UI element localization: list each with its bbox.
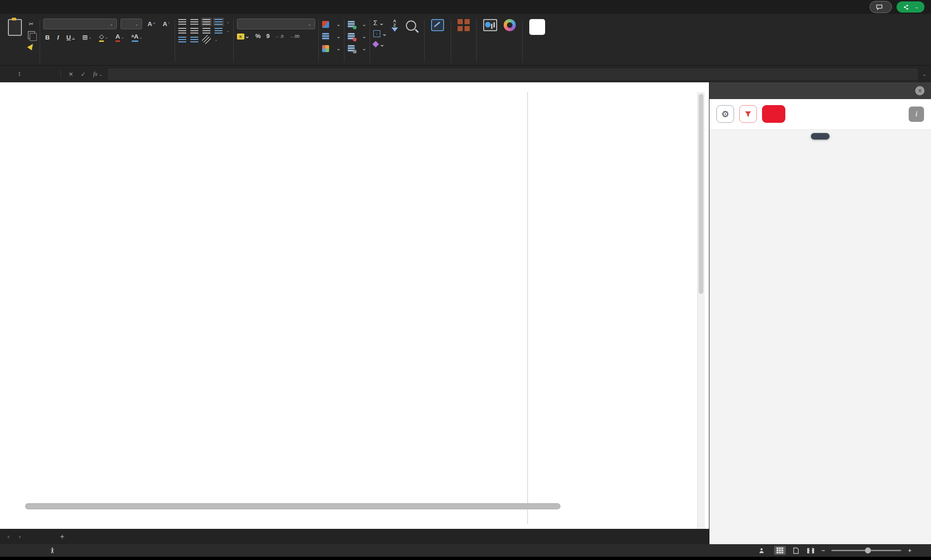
- italic-button[interactable]: I: [55, 34, 61, 41]
- paste-button[interactable]: [5, 18, 25, 40]
- cell-styles-button[interactable]: ⌄: [322, 43, 341, 54]
- wrap-text-button[interactable]: [215, 19, 223, 25]
- vertical-scrollbar[interactable]: [697, 92, 705, 529]
- addins-button[interactable]: [454, 18, 473, 35]
- sensitivity-icon: [431, 19, 444, 31]
- alignment-group: ⌄ ⌄ ⌄: [178, 18, 230, 64]
- conditional-formatting-button[interactable]: ⌄: [322, 19, 341, 30]
- zoom-out-button[interactable]: −: [822, 547, 825, 554]
- copilot-icon: [504, 19, 516, 31]
- number-format-select[interactable]: ⌄: [237, 19, 315, 29]
- font-name-select[interactable]: ⌄: [43, 19, 117, 29]
- suggestion-list: [709, 130, 931, 544]
- format-as-table-icon: [322, 33, 329, 40]
- person-icon: [759, 548, 764, 553]
- fill-color-button[interactable]: ◇⌄: [97, 33, 110, 42]
- name-box-spinner[interactable]: ▴▾: [19, 71, 20, 76]
- add-sheet-button[interactable]: +: [56, 529, 68, 544]
- share-button[interactable]: ⌄: [897, 1, 924, 13]
- change-case-button[interactable]: ᵃA⌄: [130, 33, 145, 42]
- accessibility-status[interactable]: [49, 547, 59, 553]
- close-icon[interactable]: ✕: [915, 86, 924, 95]
- decrease-font-size-button[interactable]: Aˇ: [161, 20, 171, 27]
- increase-font-size-button[interactable]: A^: [146, 20, 157, 27]
- increase-indent-button[interactable]: [190, 37, 198, 42]
- zoom-slider-thumb[interactable]: [865, 547, 871, 553]
- insert-function-icon[interactable]: fx ⌄: [93, 70, 102, 78]
- page-layout-view-button[interactable]: [792, 546, 800, 555]
- borders-button[interactable]: ⊞⌄: [81, 33, 94, 41]
- zoom-slider[interactable]: [831, 550, 901, 551]
- proofread-button[interactable]: [762, 105, 785, 123]
- autosum-button[interactable]: Σ⌄: [373, 19, 387, 27]
- align-left-button[interactable]: [178, 28, 186, 33]
- align-center-button[interactable]: [190, 28, 198, 33]
- spreadsheet-grid: [0, 82, 709, 529]
- settings-button[interactable]: ⚙: [716, 105, 734, 123]
- decrease-indent-button[interactable]: [178, 37, 186, 42]
- filter-icon: [744, 111, 752, 118]
- vertical-scrollbar-thumb[interactable]: [699, 94, 703, 294]
- align-bottom-button[interactable]: [202, 19, 210, 25]
- filter-button[interactable]: [739, 105, 757, 123]
- decrease-decimal-button[interactable]: →.00: [289, 33, 300, 39]
- format-cells-button[interactable]: ⌄: [348, 43, 366, 54]
- next-sheet-icon[interactable]: ›: [19, 533, 20, 540]
- panel-toolbar: ⚙ i: [709, 99, 931, 127]
- chevron-down-icon: ⌄: [915, 5, 918, 9]
- clear-button[interactable]: ⌄: [373, 40, 387, 48]
- normal-view-button[interactable]: [774, 546, 786, 555]
- typoless-button[interactable]: [526, 18, 548, 39]
- delete-cells-button[interactable]: ⌄: [348, 31, 366, 42]
- sheet-tab-bar: ‹ › +: [0, 529, 709, 544]
- insert-cells-button[interactable]: ⌄: [348, 19, 366, 30]
- orientation-button[interactable]: [202, 35, 211, 45]
- bold-button[interactable]: B: [43, 34, 52, 41]
- ribbon-tab-bar: ⌄: [0, 0, 931, 14]
- page-break-view-button[interactable]: [806, 547, 815, 555]
- underline-button[interactable]: U⌄: [65, 34, 77, 41]
- currency-format-button[interactable]: ¤⌄: [237, 33, 250, 40]
- analyze-data-button[interactable]: [480, 18, 500, 35]
- increase-decimal-button[interactable]: ←.0: [275, 33, 283, 39]
- format-painter-button[interactable]: [26, 42, 36, 50]
- sort-filter-icon: AZ: [391, 19, 398, 32]
- sort-filter-button[interactable]: AZ: [388, 18, 401, 35]
- copy-icon: [28, 31, 35, 39]
- font-size-select[interactable]: ⌄: [121, 19, 142, 29]
- font-color-button[interactable]: A⌄: [114, 33, 126, 42]
- previous-sheet-icon[interactable]: ‹: [7, 533, 9, 540]
- info-button[interactable]: i: [909, 107, 924, 122]
- page-break-icon: [807, 548, 814, 553]
- cancel-icon[interactable]: ✕: [68, 71, 73, 78]
- styles-group: ⌄ ⌄ ⌄: [322, 18, 341, 64]
- format-as-table-button[interactable]: ⌄: [322, 31, 341, 42]
- enter-icon[interactable]: ✓: [81, 71, 85, 78]
- align-right-button[interactable]: [202, 28, 210, 33]
- addins-icon: [458, 19, 470, 31]
- sensitivity-button[interactable]: [428, 18, 447, 35]
- comments-button[interactable]: [870, 1, 892, 13]
- expand-formula-bar-icon[interactable]: ⌄: [918, 72, 931, 77]
- align-middle-button[interactable]: [190, 19, 198, 25]
- analyze-data-icon: [483, 19, 497, 31]
- copilot-button[interactable]: [500, 18, 519, 35]
- fill-button[interactable]: ↓⌄: [373, 29, 387, 38]
- clear-icon: [372, 41, 379, 47]
- paste-icon: [8, 19, 22, 36]
- find-select-button[interactable]: [401, 18, 421, 36]
- horizontal-scrollbar[interactable]: [26, 504, 560, 509]
- page-break-line: [527, 92, 528, 524]
- grid-view-icon: [776, 547, 783, 553]
- align-top-button[interactable]: [178, 19, 186, 25]
- zoom-in-button[interactable]: +: [908, 547, 911, 554]
- merge-center-button[interactable]: [215, 28, 223, 33]
- copy-button[interactable]: [26, 31, 36, 39]
- comma-format-button[interactable]: 9: [266, 33, 270, 40]
- cut-button[interactable]: ✂: [26, 20, 36, 28]
- formula-bar: ▴▾ ✕ ✓ fx ⌄ ⌄: [0, 65, 931, 82]
- formula-input[interactable]: [108, 68, 918, 80]
- percent-format-button[interactable]: %: [255, 33, 261, 40]
- name-box[interactable]: ▴▾: [0, 71, 58, 76]
- window-bottom-edge: [0, 557, 931, 560]
